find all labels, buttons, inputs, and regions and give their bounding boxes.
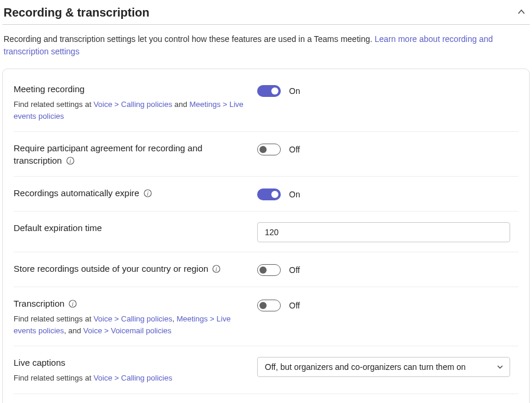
auto-expire-toggle[interactable] <box>257 188 281 200</box>
setting-sublabel: Find related settings at Voice > Calling… <box>14 313 245 336</box>
recording-transcription-section: Recording & transcription Recording and … <box>0 0 532 403</box>
svg-text:i: i <box>216 265 218 272</box>
setting-label: Transcription <box>14 298 64 308</box>
live-captions-dropdown[interactable]: Off, but organizers and co-organizers ca… <box>257 357 510 377</box>
section-description: Recording and transcription settings let… <box>4 33 528 58</box>
meeting-recording-toggle[interactable] <box>257 85 281 97</box>
require-agreement-toggle[interactable] <box>257 144 281 155</box>
setting-label: Default expiration time <box>14 223 102 233</box>
store-outside-toggle[interactable] <box>257 264 281 276</box>
link-voice-calling-policies[interactable]: Voice > Calling policies <box>93 314 172 323</box>
setting-transcription: Transcription i Find related settings at… <box>14 287 518 346</box>
svg-text:i: i <box>147 190 148 196</box>
setting-sublabel: Find related settings at Voice > Calling… <box>14 99 245 122</box>
setting-auto-expire: Recordings automatically expire i On <box>14 177 518 212</box>
dropdown-value: Off, but organizers and co-organizers ca… <box>265 362 466 372</box>
setting-live-captions: Live captions Find related settings at V… <box>14 346 518 394</box>
setting-label: Store recordings outside of your country… <box>14 264 208 274</box>
setting-label: Meeting recording <box>14 84 85 94</box>
info-icon[interactable]: i <box>212 265 220 273</box>
setting-label: Live captions <box>14 358 66 368</box>
section-description-text: Recording and transcription settings let… <box>4 34 375 44</box>
default-expiration-input[interactable] <box>257 222 510 242</box>
setting-copilot: Copilot i On only with retained transcri… <box>14 394 518 403</box>
section-title: Recording & transcription <box>4 6 150 20</box>
svg-text:i: i <box>72 300 74 307</box>
toggle-state-label: Off <box>289 265 300 275</box>
setting-default-expiration: Default expiration time <box>14 212 518 252</box>
transcription-toggle[interactable] <box>257 300 281 311</box>
collapse-chevron-icon[interactable] <box>517 7 526 18</box>
settings-card: Meeting recording Find related settings … <box>2 69 530 403</box>
toggle-state-label: Off <box>289 301 300 310</box>
svg-text:i: i <box>69 157 71 164</box>
setting-label: Recordings automatically expire <box>14 188 140 198</box>
setting-label: Require participant agreement for record… <box>14 143 202 165</box>
info-icon[interactable]: i <box>69 300 77 308</box>
info-icon[interactable]: i <box>144 189 152 197</box>
setting-meeting-recording: Meeting recording Find related settings … <box>14 73 518 132</box>
link-voice-voicemail-policies[interactable]: Voice > Voicemail policies <box>83 326 171 335</box>
info-icon[interactable]: i <box>66 157 74 165</box>
setting-sublabel: Find related settings at Voice > Calling… <box>14 372 245 384</box>
toggle-state-label: On <box>289 190 300 199</box>
chevron-down-icon <box>497 363 504 370</box>
link-voice-calling-policies[interactable]: Voice > Calling policies <box>93 100 172 109</box>
setting-require-agreement: Require participant agreement for record… <box>14 132 518 177</box>
section-header[interactable]: Recording & transcription <box>2 2 530 25</box>
link-voice-calling-policies[interactable]: Voice > Calling policies <box>93 373 172 382</box>
toggle-state-label: Off <box>289 145 300 154</box>
setting-store-outside-region: Store recordings outside of your country… <box>14 252 518 287</box>
toggle-state-label: On <box>289 86 300 96</box>
